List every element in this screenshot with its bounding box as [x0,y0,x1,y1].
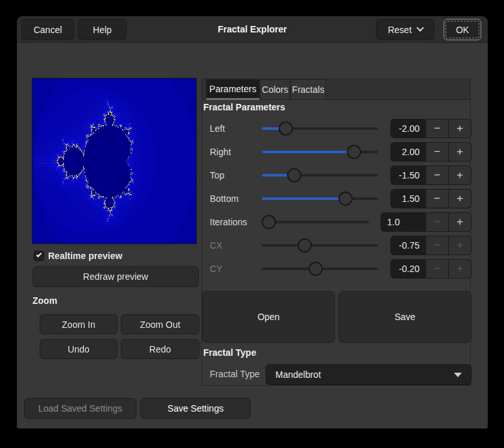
load-saved-settings-button[interactable]: Load Saved Settings [24,398,136,419]
spinbutton: -0.20−+ [390,259,472,279]
value-entry[interactable]: -2.00 [391,119,425,138]
param-row-bottom: Bottom1.50−+ [202,189,472,208]
fractal-preview[interactable] [32,79,196,243]
spinbutton: -1.50−+ [390,166,472,185]
increment-button[interactable]: + [448,260,471,278]
slider-track[interactable] [262,151,378,153]
slider-handle[interactable] [287,168,301,182]
param-row-right: Right2.00−+ [202,142,472,162]
decrement-button[interactable]: − [425,213,448,231]
slider-fill [262,151,359,153]
decrement-button[interactable]: − [425,260,448,278]
decrement-button[interactable]: − [425,190,448,208]
zoom-section-header: Zoom [32,295,57,306]
increment-button[interactable]: + [448,213,471,231]
value-entry[interactable]: -0.75 [391,236,425,255]
slider-track[interactable] [262,127,378,130]
param-row-top: Top-1.50−+ [202,166,472,185]
tab-colors[interactable]: Colors [260,79,290,100]
plus-icon: + [457,169,463,182]
value-entry[interactable]: 1.0 [381,213,425,231]
save-button[interactable]: Save [338,291,472,343]
param-row-cy: CY-0.20−+ [202,259,472,279]
increment-button[interactable]: + [448,143,471,161]
dropdown-arrow-icon [454,373,462,377]
slider-fill [262,197,349,200]
tab-parameters[interactable]: Parameters [206,79,260,100]
plus-icon: + [457,145,463,158]
undo-button[interactable]: Undo [40,339,118,359]
param-row-iterations: Iterations1.0−+ [202,212,472,232]
slider-label: Bottom [210,193,238,204]
increment-button[interactable]: + [448,236,471,255]
plus-icon: + [457,192,463,205]
cancel-button[interactable]: Cancel [21,19,74,40]
reset-button[interactable]: Reset [376,19,435,40]
slider-handle[interactable] [309,262,323,276]
slider-label: Top [210,170,225,180]
fractal-explorer-dialog: Fractal Explorer Cancel Help Reset OK Re… [17,16,488,429]
slider-track[interactable] [262,221,369,223]
value-entry[interactable]: 1.50 [391,190,425,208]
slider-label: Right [210,147,231,157]
slider-handle[interactable] [262,215,276,229]
slider-handle[interactable] [347,145,361,159]
ok-button[interactable]: OK [444,19,481,40]
minus-icon: − [434,216,440,229]
realtime-preview-label: Realtime preview [48,251,122,261]
decrement-button[interactable]: − [425,143,448,161]
fractal-type-header: Fractal Type [203,347,256,358]
decrement-button[interactable]: − [425,119,448,138]
chevron-down-icon [416,24,423,31]
spinbutton: 2.00−+ [390,142,472,162]
slider-label: CX [210,240,222,251]
fractal-type-value: Mandelbrot [275,369,321,380]
slider-handle[interactable] [297,238,312,253]
minus-icon: − [434,262,440,275]
zoom-out-button[interactable]: Zoom Out [121,314,199,334]
realtime-preview-checkbox[interactable] [34,251,44,261]
param-row-cx: CX-0.75−+ [202,236,472,255]
slider-label: CY [210,264,222,274]
redo-button[interactable]: Redo [121,339,199,359]
value-entry[interactable]: 2.00 [391,143,425,161]
minus-icon: − [434,192,440,205]
minus-icon: − [434,239,440,252]
open-button[interactable]: Open [202,291,335,343]
slider-track[interactable] [262,244,378,247]
slider-label: Left [210,123,225,134]
tab-fractals[interactable]: Fractals [290,79,326,100]
plus-icon: + [457,216,463,229]
redraw-preview-button[interactable]: Redraw preview [32,266,199,287]
slider-track[interactable] [262,197,378,200]
spinbutton: 1.50−+ [390,189,472,208]
slider-handle[interactable] [338,192,353,206]
minus-icon: − [434,145,440,158]
plus-icon: + [457,122,463,135]
spinbutton: -0.75−+ [390,236,472,255]
zoom-in-button[interactable]: Zoom In [40,314,118,334]
plus-icon: + [457,239,463,252]
notebook: Parameters Colors Fractals Fractal Param… [201,79,471,386]
save-settings-button[interactable]: Save Settings [140,398,251,419]
checkmark-icon [36,252,42,257]
spinbutton: -2.00−+ [390,119,472,138]
minus-icon: − [434,169,440,182]
slider-handle[interactable] [279,121,293,136]
increment-button[interactable]: + [448,190,471,208]
value-entry[interactable]: -0.20 [391,260,425,278]
tab-strip: Parameters Colors Fractals [202,79,470,100]
decrement-button[interactable]: − [425,166,448,184]
value-entry[interactable]: -1.50 [391,166,425,184]
help-button[interactable]: Help [78,19,127,40]
slider-track[interactable] [262,268,378,270]
param-row-left: Left-2.00−+ [202,119,472,138]
minus-icon: − [434,122,440,135]
slider-track[interactable] [262,174,378,177]
spinbutton: 1.0−+ [381,212,472,232]
fractal-type-dropdown[interactable]: Mandelbrot [266,364,472,385]
decrement-button[interactable]: − [425,236,448,255]
increment-button[interactable]: + [448,166,471,184]
fractal-type-label: Fractal Type [210,369,260,379]
increment-button[interactable]: + [448,119,471,138]
